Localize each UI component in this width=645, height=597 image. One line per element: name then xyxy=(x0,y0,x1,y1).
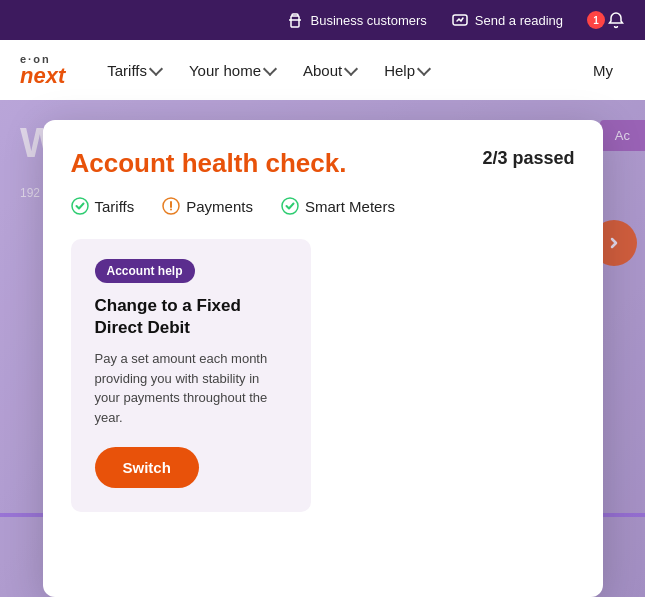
check-smart-meters-icon xyxy=(281,197,299,215)
modal-score: 2/3 passed xyxy=(482,148,574,169)
nav-my-label: My xyxy=(593,62,613,79)
meter-icon xyxy=(451,11,469,29)
check-payments: Payments xyxy=(162,197,253,215)
nav-your-home-label: Your home xyxy=(189,62,261,79)
nav-tariffs-label: Tariffs xyxy=(107,62,147,79)
modal-title: Account health check. xyxy=(71,148,347,179)
business-customers-label: Business customers xyxy=(310,13,426,28)
nav-about-label: About xyxy=(303,62,342,79)
bell-icon xyxy=(607,11,625,29)
nav-about[interactable]: About xyxy=(291,54,368,87)
check-tariffs-label: Tariffs xyxy=(95,198,135,215)
card-badge: Account help xyxy=(95,259,195,283)
svg-point-6 xyxy=(170,209,172,211)
check-tariffs: Tariffs xyxy=(71,197,135,215)
nav-help[interactable]: Help xyxy=(372,54,441,87)
nav-help-label: Help xyxy=(384,62,415,79)
your-home-chevron-icon xyxy=(263,61,277,75)
notification-bell[interactable]: 1 xyxy=(587,11,625,29)
account-help-card: Account help Change to a Fixed Direct De… xyxy=(71,239,311,512)
nav-tariffs[interactable]: Tariffs xyxy=(95,54,173,87)
about-chevron-icon xyxy=(344,61,358,75)
business-customers-link[interactable]: Business customers xyxy=(286,11,426,29)
briefcase-icon xyxy=(286,11,304,29)
tariffs-chevron-icon xyxy=(149,61,163,75)
modal-checks: Tariffs Payments Smart Meters xyxy=(71,197,575,215)
top-bar: Business customers Send a reading 1 xyxy=(0,0,645,40)
main-nav: e·on next Tariffs Your home About Help M… xyxy=(0,40,645,100)
send-reading-label: Send a reading xyxy=(475,13,563,28)
logo-next-text: next xyxy=(20,65,65,87)
send-reading-link[interactable]: Send a reading xyxy=(451,11,563,29)
nav-my[interactable]: My xyxy=(581,54,625,87)
switch-button[interactable]: Switch xyxy=(95,447,199,488)
check-smart-meters: Smart Meters xyxy=(281,197,395,215)
health-check-modal: Account health check. 2/3 passed Tariffs… xyxy=(43,120,603,597)
nav-items: Tariffs Your home About Help xyxy=(95,54,581,87)
check-payments-label: Payments xyxy=(186,198,253,215)
check-tariffs-icon xyxy=(71,197,89,215)
modal-overlay: Account health check. 2/3 passed Tariffs… xyxy=(0,100,645,597)
logo[interactable]: e·on next xyxy=(20,54,65,87)
check-payments-icon xyxy=(162,197,180,215)
notification-count: 1 xyxy=(587,11,605,29)
check-smart-meters-label: Smart Meters xyxy=(305,198,395,215)
svg-rect-0 xyxy=(291,16,299,27)
help-chevron-icon xyxy=(417,61,431,75)
card-description: Pay a set amount each month providing yo… xyxy=(95,349,287,427)
nav-your-home[interactable]: Your home xyxy=(177,54,287,87)
card-title: Change to a Fixed Direct Debit xyxy=(95,295,287,339)
modal-header: Account health check. 2/3 passed xyxy=(71,148,575,179)
